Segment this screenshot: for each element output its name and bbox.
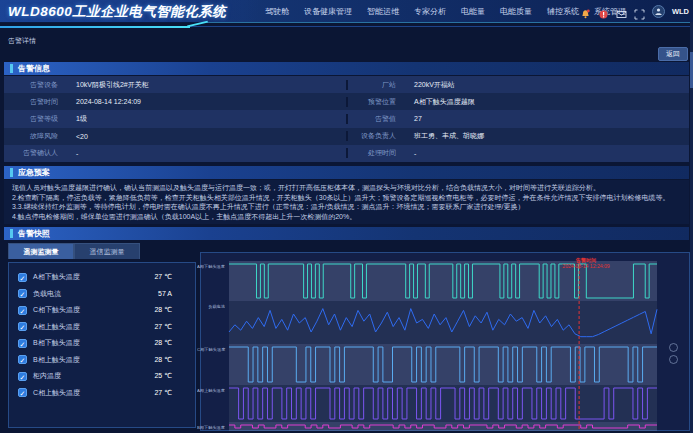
alarm-info-header: 告警信息 <box>4 62 689 75</box>
metric-label: C相下触头温度 <box>33 305 80 315</box>
metric-label: A相上触头温度 <box>33 322 80 332</box>
field-label: 预警位置 <box>346 97 404 107</box>
app-title: WLD8600工业企业电气智能化系统 <box>8 3 226 21</box>
breadcrumb: 告警详情 <box>8 36 36 46</box>
plan-header: 应急预案 <box>4 166 689 179</box>
metric-value: 27 ℃ <box>154 323 172 331</box>
divider-accent <box>0 26 190 28</box>
metric-value: 28 ℃ <box>154 306 172 314</box>
snapshot-header: 告警快照 <box>4 227 689 240</box>
metric-value: 57 A <box>158 290 172 297</box>
plan-body: 现值人员对触头温度越限进行确认，确认当前测温以及触头温度与运行温度一致；或，开灯… <box>4 180 689 224</box>
metric-value: 28 ℃ <box>154 356 172 364</box>
metric-label: C相上触头温度 <box>33 388 80 398</box>
nav-item[interactable]: 驾驶舱 <box>265 6 289 17</box>
username-label: WLD <box>672 7 689 16</box>
main-nav: 驾驶舱设备健康管理智能运维专家分析电能量电能质量辅控系统系统管理 <box>250 0 626 22</box>
field-value: 27 <box>404 115 689 122</box>
field-value: 220kV开福站 <box>404 80 689 90</box>
field-label: 处理时间 <box>346 148 404 158</box>
metric-row[interactable]: ✓柜内温度25 ℃ <box>9 368 195 385</box>
checkbox-checked-icon[interactable]: ✓ <box>18 273 27 282</box>
snapshot-tab[interactable]: 遥测监测量 <box>8 243 74 259</box>
chart-tool-icon[interactable] <box>669 343 678 352</box>
app-header: WLD8600工业企业电气智能化系统 驾驶舱设备健康管理智能运维专家分析电能量电… <box>0 0 693 23</box>
field-value: 2024-08-14 12:24:09 <box>66 98 346 105</box>
fullscreen-icon[interactable] <box>634 6 645 17</box>
field-label: 告警时间 <box>4 97 66 107</box>
checkbox-checked-icon[interactable]: ✓ <box>18 322 27 331</box>
header-icons: WLD <box>580 0 689 22</box>
metric-row[interactable]: ✓负载电流57 A <box>9 286 195 303</box>
nav-item[interactable]: 专家分析 <box>414 6 446 17</box>
alarm-info-table: 告警设备10kV阴极引线2#开关柜厂站220kV开福站告警时间2024-08-1… <box>4 76 689 162</box>
alarm-annotation: 告警时间 2024-08-14 12:24:09 <box>539 258 633 270</box>
nav-item[interactable]: 设备健康管理 <box>304 6 352 17</box>
metric-value: 27 ℃ <box>154 389 172 397</box>
field-label: 厂站 <box>346 80 404 90</box>
chart-strip-label: A相下触头温度 <box>197 263 225 269</box>
metric-value: 28 ℃ <box>154 339 172 347</box>
user-avatar[interactable] <box>652 5 665 18</box>
chart-strip-label: A相上触头温度 <box>197 387 225 393</box>
chart-tool-icon[interactable] <box>669 355 678 364</box>
checkbox-checked-icon[interactable]: ✓ <box>18 355 27 364</box>
nav-item[interactable]: 电能质量 <box>500 6 532 17</box>
metric-row[interactable]: ✓B相下触头温度28 ℃ <box>9 335 195 352</box>
field-value: <20 <box>66 133 346 140</box>
nav-item[interactable]: 辅控系统 <box>547 6 579 17</box>
chart-strip-label: C相下触头温度 <box>197 346 225 352</box>
checkbox-checked-icon[interactable]: ✓ <box>18 306 27 315</box>
field-value: - <box>66 150 346 157</box>
alarm-info-row: 告警等级1级告警值27 <box>4 110 689 127</box>
nav-item[interactable]: 电能量 <box>461 6 485 17</box>
field-value: A相下触头温度越限 <box>404 97 689 107</box>
snapshot-tab[interactable]: 遥信监测量 <box>74 243 140 259</box>
field-label: 故障风险 <box>4 131 66 141</box>
alarm-info-row: 故障风险<20设备负责人班工勇、丰成、胡晓娜 <box>4 128 689 145</box>
metric-row[interactable]: ✓C相上触头温度27 ℃ <box>9 385 195 402</box>
plan-line: 2.检查断下隔离，停运负载等，紧急降低负荷等，检查开关柜触头相关部位温升情况，开… <box>12 193 681 203</box>
snapshot-chart: 告警时间 2024-08-14 12:24:09 A相下触头温度负载电流C相下触… <box>200 252 690 431</box>
nav-item[interactable]: 智能运维 <box>367 6 399 17</box>
metric-list: ✓A相下触头温度27 ℃✓负载电流57 A✓C相下触头温度28 ℃✓A相上触头温… <box>9 263 195 401</box>
field-value: - <box>404 150 689 157</box>
field-value: 10kV阴极引线2#开关柜 <box>66 80 346 90</box>
metric-panel: ✓A相下触头温度27 ℃✓负载电流57 A✓C相下触头温度28 ℃✓A相上触头温… <box>8 262 196 428</box>
mail-icon[interactable] <box>616 6 627 17</box>
chart-strip-label: B相下触头温度 <box>197 424 225 430</box>
checkbox-checked-icon[interactable]: ✓ <box>18 388 27 397</box>
field-label: 告警设备 <box>4 80 66 90</box>
plan-line: 3.3.继续保持红外监测等，等待停电计划，停电时需在确认温度不再上升情况下进行（… <box>12 202 681 212</box>
chart-strip-label: 负载电流 <box>208 303 225 309</box>
alarm-info-row: 告警确认人-处理时间- <box>4 145 689 162</box>
checkbox-checked-icon[interactable]: ✓ <box>18 339 27 348</box>
metric-value: 27 ℃ <box>154 273 172 281</box>
bell-icon[interactable] <box>580 6 591 17</box>
field-label: 告警值 <box>346 114 404 124</box>
field-label: 告警等级 <box>4 114 66 124</box>
snapshot-tabs: 遥测监测量遥信监测量 <box>8 243 140 258</box>
divider-thin <box>206 22 693 23</box>
checkbox-checked-icon[interactable]: ✓ <box>18 372 27 381</box>
checkbox-checked-icon[interactable]: ✓ <box>18 289 27 298</box>
metric-label: 柜内温度 <box>33 371 61 381</box>
metric-row[interactable]: ✓A相上触头温度27 ℃ <box>9 319 195 336</box>
back-button[interactable]: 返回 <box>658 47 688 61</box>
plan-line: 4.触点停电检修期间，维保单位需进行测温确认（负载100A以上，主触点温度不得超… <box>12 212 681 222</box>
field-label: 设备负责人 <box>346 131 404 141</box>
field-value: 1级 <box>66 114 346 124</box>
plan-line: 现值人员对触头温度越限进行确认，确认当前测温以及触头温度与运行温度一致；或，开灯… <box>12 183 681 193</box>
metric-row[interactable]: ✓C相下触头温度28 ℃ <box>9 302 195 319</box>
metric-value: 25 ℃ <box>154 372 172 380</box>
field-value: 班工勇、丰成、胡晓娜 <box>404 131 689 141</box>
metric-label: B相下触头温度 <box>33 338 80 348</box>
metric-label: B相上触头温度 <box>33 355 80 365</box>
metric-label: 负载电流 <box>33 289 61 299</box>
field-label: 告警确认人 <box>4 148 66 158</box>
alert-badge-icon[interactable] <box>598 6 609 17</box>
alarm-info-row: 告警时间2024-08-14 12:24:09预警位置A相下触头温度越限 <box>4 93 689 110</box>
metric-row[interactable]: ✓A相下触头温度27 ℃ <box>9 269 195 286</box>
metric-row[interactable]: ✓B相上触头温度28 ℃ <box>9 352 195 369</box>
alarm-info-row: 告警设备10kV阴极引线2#开关柜厂站220kV开福站 <box>4 76 689 93</box>
